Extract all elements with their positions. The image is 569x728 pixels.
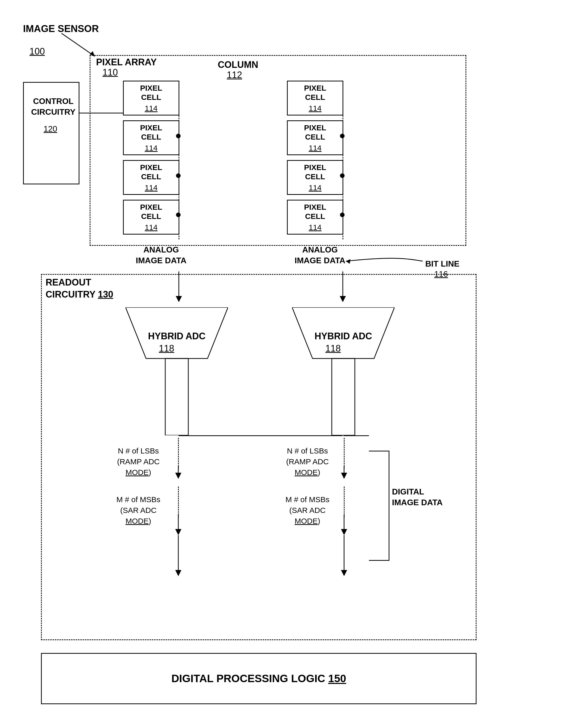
svg-marker-20 bbox=[175, 570, 181, 576]
digital-processing-box: DIGITAL PROCESSING LOGIC 150 bbox=[41, 653, 477, 704]
digital-image-data-label: DIGITALIMAGE DATA bbox=[392, 487, 443, 508]
pixel-cell-1: PIXELCELL 114 bbox=[123, 81, 179, 115]
dot-2 bbox=[176, 173, 181, 178]
pixel-cell-4: PIXELCELL 114 bbox=[123, 200, 179, 235]
right-combined-arrow bbox=[339, 535, 349, 576]
pixel-array-label: PIXEL ARRAY bbox=[96, 57, 157, 68]
svg-marker-12 bbox=[175, 473, 181, 479]
ctrl-to-array-line bbox=[79, 113, 123, 113]
column-number: 112 bbox=[227, 70, 242, 80]
hybrid-adc-right-shape bbox=[292, 307, 395, 435]
svg-marker-16 bbox=[341, 473, 347, 479]
msbs-right-label: M # of MSBs(SAR ADCMODE) bbox=[271, 494, 343, 526]
pixel-array-number: 110 bbox=[102, 67, 118, 78]
control-circuitry-label: CONTROLCIRCUITRY bbox=[25, 96, 81, 117]
pixel-cell-7: PIXELCELL 114 bbox=[287, 160, 343, 195]
svg-rect-10 bbox=[332, 358, 355, 435]
hybrid-adc-right-label: HYBRID ADC bbox=[308, 330, 379, 342]
readout-bottom-connector-left bbox=[178, 435, 343, 436]
pixel-cell-6: PIXELCELL 114 bbox=[287, 120, 343, 155]
analog-image-data-left: ANALOGIMAGE DATA bbox=[136, 245, 186, 266]
column-label: COLUMN bbox=[218, 59, 258, 70]
left-lsb-arrow bbox=[173, 466, 183, 479]
right-bit-line bbox=[343, 81, 343, 239]
svg-rect-8 bbox=[165, 358, 188, 435]
left-bit-line bbox=[178, 81, 179, 239]
hybrid-adc-left-number: 118 bbox=[159, 343, 174, 354]
analog-image-data-right: ANALOGIMAGE DATA bbox=[295, 245, 345, 266]
bit-line-arrow bbox=[343, 251, 425, 271]
dot-5 bbox=[340, 173, 345, 178]
dot-1 bbox=[176, 134, 181, 138]
pixel-cell-2: PIXELCELL 114 bbox=[123, 120, 179, 155]
msbs-left-label: M # of MSBs(SAR ADCMODE) bbox=[102, 494, 174, 526]
svg-marker-18 bbox=[341, 529, 347, 535]
bit-line-label: BIT LINE bbox=[425, 259, 459, 269]
hybrid-adc-left-label: HYBRID ADC bbox=[141, 330, 213, 342]
right-msb-dashed-line bbox=[344, 487, 345, 517]
dot-6 bbox=[340, 213, 345, 217]
lsbs-left-label: N # of LSBs(RAMP ADCMODE) bbox=[102, 446, 174, 478]
lsbs-right-label: N # of LSBs(RAMP ADCMODE) bbox=[271, 446, 343, 478]
left-lsb-dashed-line bbox=[178, 438, 179, 469]
right-lsb-arrow bbox=[339, 466, 349, 479]
image-sensor-number: 100 bbox=[29, 46, 45, 57]
hybrid-adc-right-number: 118 bbox=[326, 343, 341, 354]
svg-line-0 bbox=[61, 33, 95, 56]
pixel-cell-3: PIXELCELL 114 bbox=[123, 160, 179, 195]
control-circuitry-number: 120 bbox=[44, 124, 57, 134]
right-lsb-dashed-line bbox=[344, 438, 345, 469]
right-msb-arrow bbox=[339, 515, 349, 535]
svg-marker-14 bbox=[175, 529, 181, 535]
left-combined-arrow bbox=[173, 535, 183, 576]
svg-marker-22 bbox=[341, 570, 347, 576]
digital-image-bracket bbox=[369, 451, 390, 561]
svg-marker-2 bbox=[346, 259, 351, 264]
pixel-cell-5: PIXELCELL 114 bbox=[287, 81, 343, 115]
pixel-cell-8: PIXELCELL 114 bbox=[287, 200, 343, 235]
readout-circuitry-label: READOUTCIRCUITRY 130 bbox=[46, 277, 113, 301]
hybrid-adc-left-shape bbox=[125, 307, 228, 435]
digital-processing-label: DIGITAL PROCESSING LOGIC 150 bbox=[171, 672, 346, 685]
readout-bottom-connector-right bbox=[343, 435, 369, 436]
left-msb-dashed-line bbox=[178, 487, 179, 517]
dot-4 bbox=[340, 134, 345, 138]
left-msb-arrow bbox=[173, 515, 183, 535]
dot-3 bbox=[176, 213, 181, 217]
